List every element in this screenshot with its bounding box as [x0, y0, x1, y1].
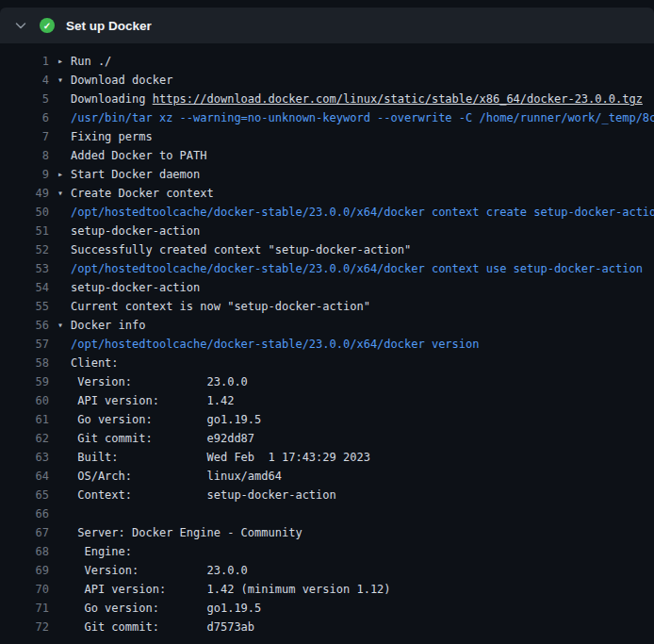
line-number[interactable]: 70	[0, 580, 49, 599]
line-text: API version: 1.42	[71, 391, 234, 410]
line-number[interactable]: 54	[0, 278, 49, 297]
line-text: Engine:	[71, 542, 132, 561]
chevron-icon	[57, 448, 71, 467]
chevron-icon	[57, 429, 71, 448]
line-number[interactable]: 58	[0, 354, 49, 372]
log-line: 66	[0, 504, 654, 523]
log-group-line[interactable]: 49 ▾ Create Docker context	[0, 184, 654, 203]
log-line: 57 /opt/hostedtoolcache/docker-stable/23…	[0, 335, 654, 354]
chevron-icon	[57, 203, 71, 222]
line-number[interactable]: 5	[0, 90, 49, 108]
line-number[interactable]: 50	[0, 203, 49, 222]
chevron-icon	[57, 504, 71, 523]
actions-log-viewer: ✓ Set up Docker 1 ▸ Run ./ 4 ▾ Download …	[0, 8, 654, 644]
log-text: setup-docker-action	[71, 224, 200, 238]
line-number[interactable]: 55	[0, 297, 49, 316]
chevron-icon	[57, 108, 71, 127]
log-group-line[interactable]: 9 ▸ Start Docker daemon	[0, 165, 654, 184]
chevron-icon	[57, 372, 71, 391]
line-number[interactable]: 66	[0, 504, 49, 523]
log-line: 7 Fixing perms	[0, 127, 654, 146]
line-number[interactable]: 59	[0, 372, 49, 391]
line-number[interactable]: 68	[0, 542, 49, 561]
log-line: 6 /usr/bin/tar xz --warning=no-unknown-k…	[0, 108, 654, 127]
log-text: API version: 1.42 (minimum version 1.12)	[71, 583, 391, 596]
chevron-icon	[57, 467, 71, 486]
line-number[interactable]: 63	[0, 448, 49, 467]
line-number[interactable]: 67	[0, 523, 49, 542]
line-number[interactable]: 53	[0, 259, 49, 278]
chevron-icon[interactable]: ▾	[57, 184, 71, 203]
line-number[interactable]: 49	[0, 184, 49, 203]
chevron-icon[interactable]: ▸	[57, 52, 71, 71]
line-text: /opt/hostedtoolcache/docker-stable/23.0.…	[71, 259, 643, 278]
log-text: Version: 23.0.0	[71, 375, 248, 388]
chevron-icon[interactable]: ▾	[57, 71, 71, 90]
chevron-icon[interactable]: ▸	[57, 165, 71, 184]
log-line: 62 Git commit: e92dd87	[0, 429, 654, 448]
line-number[interactable]: 62	[0, 429, 49, 448]
line-text: Built: Wed Feb 1 17:43:29 2023	[71, 448, 370, 467]
line-number[interactable]: 6	[0, 108, 49, 127]
chevron-down-icon[interactable]	[13, 18, 28, 33]
log-text: API version: 1.42	[71, 394, 234, 407]
line-number[interactable]: 9	[0, 165, 49, 184]
chevron-icon	[57, 90, 71, 108]
chevron-icon	[57, 410, 71, 429]
chevron-icon	[57, 391, 71, 410]
line-number[interactable]: 69	[0, 561, 49, 580]
line-number[interactable]: 65	[0, 486, 49, 504]
log-text: Downloading	[71, 92, 153, 106]
log-line: 54 setup-docker-action	[0, 278, 654, 297]
log-group-line[interactable]: 1 ▸ Run ./	[0, 52, 654, 71]
line-number[interactable]: 51	[0, 222, 49, 240]
line-number[interactable]: 64	[0, 467, 49, 486]
line-number[interactable]: 8	[0, 146, 49, 165]
log-line: 65 Context: setup-docker-action	[0, 486, 654, 504]
log-text: Engine:	[71, 545, 132, 558]
chevron-icon	[57, 297, 71, 316]
line-text: Downloading https://download.docker.com/…	[71, 90, 643, 108]
log-text: /opt/hostedtoolcache/docker-stable/23.0.…	[71, 206, 654, 219]
line-text: setup-docker-action	[71, 278, 200, 297]
line-text: Server: Docker Engine - Community	[71, 523, 302, 542]
success-check-icon: ✓	[40, 18, 55, 33]
log-link[interactable]: https://download.docker.com/linux/static…	[153, 92, 643, 106]
line-number[interactable]: 4	[0, 71, 49, 90]
line-number[interactable]: 61	[0, 410, 49, 429]
line-number[interactable]: 72	[0, 618, 49, 636]
log-text: Version: 23.0.0	[71, 564, 248, 577]
line-number[interactable]: 57	[0, 335, 49, 354]
log-line: 67 Server: Docker Engine - Community	[0, 523, 654, 542]
line-text: Fixing perms	[71, 127, 153, 146]
chevron-icon	[57, 127, 71, 146]
chevron-icon	[57, 580, 71, 599]
log-text: /usr/bin/tar xz --warning=no-unknown-key…	[71, 111, 654, 124]
log-text: Start Docker daemon	[71, 168, 200, 181]
line-number[interactable]: 7	[0, 127, 49, 146]
chevron-icon	[57, 542, 71, 561]
line-number[interactable]: 60	[0, 391, 49, 410]
line-number[interactable]: 52	[0, 240, 49, 259]
line-text: /opt/hostedtoolcache/docker-stable/23.0.…	[71, 335, 479, 354]
chevron-icon	[57, 618, 71, 636]
log-text: Server: Docker Engine - Community	[71, 526, 302, 539]
line-text: Context: setup-docker-action	[71, 486, 336, 504]
line-text: Go version: go1.19.5	[71, 410, 261, 429]
step-title: Set up Docker	[66, 19, 152, 33]
chevron-icon	[57, 354, 71, 372]
log-line: 71 Go version: go1.19.5	[0, 599, 654, 618]
log-line: 58 Client:	[0, 354, 654, 372]
log-group-line[interactable]: 4 ▾ Download docker	[0, 71, 654, 90]
chevron-icon	[57, 561, 71, 580]
chevron-icon	[57, 222, 71, 240]
log-text: Client:	[71, 356, 119, 370]
line-number[interactable]: 71	[0, 599, 49, 618]
step-header[interactable]: ✓ Set up Docker	[0, 8, 654, 43]
log-line: 63 Built: Wed Feb 1 17:43:29 2023	[0, 448, 654, 467]
chevron-icon[interactable]: ▾	[57, 316, 71, 335]
log-group-line[interactable]: 56 ▾ Docker info	[0, 316, 654, 335]
line-number[interactable]: 56	[0, 316, 49, 335]
line-number[interactable]: 1	[0, 52, 49, 71]
log-text: Context: setup-docker-action	[71, 488, 336, 502]
